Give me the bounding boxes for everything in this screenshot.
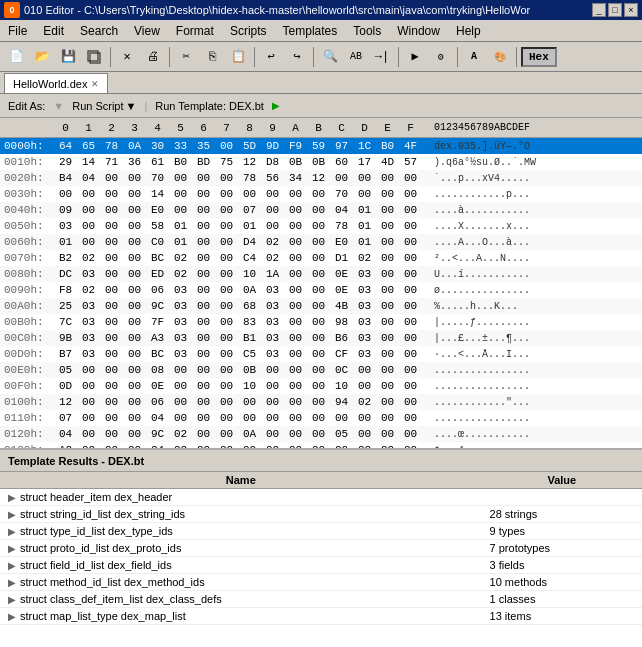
- font-button[interactable]: A: [462, 45, 486, 69]
- hex-byte[interactable]: 02: [77, 284, 100, 296]
- hex-byte[interactable]: 07: [238, 204, 261, 216]
- compile-button[interactable]: ⚙: [429, 45, 453, 69]
- hex-byte[interactable]: 00: [100, 252, 123, 264]
- hex-byte[interactable]: 00: [100, 412, 123, 424]
- hex-byte[interactable]: 0B: [238, 364, 261, 376]
- menu-window[interactable]: Window: [389, 20, 448, 41]
- hex-byte[interactable]: 00: [192, 204, 215, 216]
- hex-byte[interactable]: 64: [54, 140, 77, 152]
- hex-byte[interactable]: 04: [54, 428, 77, 440]
- hex-byte[interactable]: 00: [307, 300, 330, 312]
- hex-byte[interactable]: 02: [169, 252, 192, 264]
- hex-byte[interactable]: 00: [123, 364, 146, 376]
- hex-byte[interactable]: 00: [307, 332, 330, 344]
- expand-icon[interactable]: ▶: [8, 611, 16, 622]
- maximize-button[interactable]: □: [608, 3, 622, 17]
- table-row[interactable]: 00A0h:250300009C030000680300004B030000%.…: [0, 298, 642, 314]
- table-row[interactable]: 00C0h:9B030000A3030000B1030000B6030000|.…: [0, 330, 642, 346]
- hex-byte[interactable]: 01: [353, 220, 376, 232]
- hex-byte[interactable]: 00: [238, 396, 261, 408]
- hex-byte[interactable]: 00: [376, 348, 399, 360]
- hex-byte[interactable]: D8: [261, 156, 284, 168]
- hex-byte[interactable]: 00: [284, 188, 307, 200]
- copy-button[interactable]: ⎘: [200, 45, 224, 69]
- hex-byte[interactable]: 00: [399, 188, 422, 200]
- hex-byte[interactable]: 00: [238, 188, 261, 200]
- menu-edit[interactable]: Edit: [35, 20, 72, 41]
- table-row[interactable]: 0040h:09000000E00000000700000004010000..…: [0, 202, 642, 218]
- hex-byte[interactable]: 9B: [54, 332, 77, 344]
- hex-byte[interactable]: 00: [77, 380, 100, 392]
- hex-byte[interactable]: 03: [353, 332, 376, 344]
- hex-byte[interactable]: 00: [399, 204, 422, 216]
- hex-byte[interactable]: 00: [284, 204, 307, 216]
- hex-byte[interactable]: BD: [192, 156, 215, 168]
- hex-byte[interactable]: 00: [376, 332, 399, 344]
- hex-byte[interactable]: 0E: [146, 380, 169, 392]
- hex-byte[interactable]: 00: [376, 220, 399, 232]
- expand-icon[interactable]: ▶: [8, 509, 16, 520]
- hex-byte[interactable]: 71: [100, 156, 123, 168]
- close-file-button[interactable]: ✕: [115, 45, 139, 69]
- hex-byte[interactable]: 01: [169, 220, 192, 232]
- file-tab[interactable]: HelloWorld.dex ✕: [4, 73, 108, 93]
- cut-button[interactable]: ✂: [174, 45, 198, 69]
- hex-byte[interactable]: 00: [399, 380, 422, 392]
- hex-byte[interactable]: 00: [353, 380, 376, 392]
- hex-byte[interactable]: 00: [376, 428, 399, 440]
- hex-byte[interactable]: 08: [146, 364, 169, 376]
- hex-byte[interactable]: 00: [399, 268, 422, 280]
- hex-byte[interactable]: B0: [169, 156, 192, 168]
- run-script-button[interactable]: ▶: [403, 45, 427, 69]
- hex-byte[interactable]: 00: [307, 188, 330, 200]
- list-item[interactable]: ▶struct method_id_list dex_method_ids10 …: [0, 574, 642, 591]
- hex-byte[interactable]: 00: [123, 300, 146, 312]
- list-item[interactable]: ▶struct string_id_list dex_string_ids28 …: [0, 506, 642, 523]
- table-row[interactable]: 0090h:F8020000060300000A0300000E030000ø.…: [0, 282, 642, 298]
- table-row[interactable]: 0000h:6465780A303335005D9DF959971CB04Fde…: [0, 138, 642, 154]
- hex-byte[interactable]: 00: [192, 332, 215, 344]
- hex-byte[interactable]: B7: [54, 348, 77, 360]
- hex-byte[interactable]: 75: [215, 156, 238, 168]
- hex-byte[interactable]: 00: [192, 348, 215, 360]
- hex-byte[interactable]: 00: [307, 364, 330, 376]
- hex-byte[interactable]: 00: [215, 284, 238, 296]
- hex-byte[interactable]: B4: [54, 172, 77, 184]
- hex-byte[interactable]: 00: [192, 188, 215, 200]
- hex-byte[interactable]: 00: [261, 364, 284, 376]
- hex-byte[interactable]: 68: [238, 300, 261, 312]
- hex-byte[interactable]: 03: [261, 300, 284, 312]
- hex-byte[interactable]: 00: [330, 412, 353, 424]
- hex-byte[interactable]: 14: [146, 188, 169, 200]
- list-item[interactable]: ▶struct class_def_item_list dex_class_de…: [0, 591, 642, 608]
- hex-byte[interactable]: C0: [146, 236, 169, 248]
- hex-byte[interactable]: 00: [100, 220, 123, 232]
- hex-byte[interactable]: 00: [284, 380, 307, 392]
- expand-icon[interactable]: ▶: [8, 526, 16, 537]
- menu-format[interactable]: Format: [168, 20, 222, 41]
- menu-file[interactable]: File: [0, 20, 35, 41]
- hex-byte[interactable]: 00: [123, 204, 146, 216]
- hex-byte[interactable]: 00: [192, 316, 215, 328]
- hex-byte[interactable]: 00: [215, 348, 238, 360]
- hex-byte[interactable]: 98: [330, 316, 353, 328]
- hex-byte[interactable]: 7C: [54, 316, 77, 328]
- hex-byte[interactable]: 00: [100, 316, 123, 328]
- table-row[interactable]: 0010h:2914713661B0BD7512D80B0B60174D57).…: [0, 154, 642, 170]
- hex-byte[interactable]: 00: [215, 140, 238, 152]
- hex-byte[interactable]: 12: [54, 396, 77, 408]
- hex-byte[interactable]: 00: [192, 268, 215, 280]
- hex-byte[interactable]: 29: [54, 156, 77, 168]
- hex-byte[interactable]: 0B: [307, 156, 330, 168]
- hex-byte[interactable]: 00: [123, 412, 146, 424]
- hex-byte[interactable]: 00: [100, 236, 123, 248]
- hex-byte[interactable]: 00: [307, 348, 330, 360]
- table-row[interactable]: 00D0h:B7030000BC030000C5030000CF030000·.…: [0, 346, 642, 362]
- hex-byte[interactable]: 03: [77, 316, 100, 328]
- hex-byte[interactable]: 00: [261, 396, 284, 408]
- hex-byte[interactable]: 03: [169, 284, 192, 296]
- hex-byte[interactable]: 03: [353, 268, 376, 280]
- menu-scripts[interactable]: Scripts: [222, 20, 275, 41]
- hex-byte[interactable]: 01: [238, 220, 261, 232]
- hex-byte[interactable]: 70: [330, 188, 353, 200]
